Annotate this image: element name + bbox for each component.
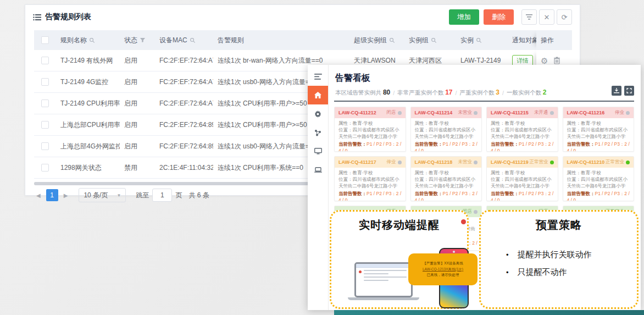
sidebar-item-monitor[interactable] [308,142,328,161]
status-dot-icon [626,111,630,115]
column-header-实例组: 实例组 [404,36,456,45]
fullscreen-button[interactable] [624,86,634,96]
home-icon [314,92,321,98]
status-badge: 停业 [387,159,402,165]
status: 启用 [120,99,155,108]
row-checkbox[interactable] [41,164,49,172]
row-checkbox[interactable] [41,57,49,64]
search-icon[interactable] [190,37,196,43]
column-header-状态: 状态 [120,36,155,45]
sidebar-item-nodes[interactable] [308,123,328,142]
status-dot-icon [474,111,478,115]
strategy-bullet: 提醒并执行关联动作 [506,246,637,263]
stat-separator: / [455,90,457,96]
status-dot-icon [626,161,630,164]
alert-card[interactable]: LAW-CQ-411210正常营业属性：教育·学校位置：四川省成都市武侯区小天竺… [563,156,635,201]
rule-name: 1298网关状态 [56,163,120,173]
preset-strategy-title: 预置策略 [481,218,637,233]
filter-icon[interactable] [140,37,146,43]
bubble-text-line: 【严重告警】XX设备离线 [423,261,463,266]
device-mac: FC:2F:EF:72:64:89 [155,142,213,150]
super-instance-group: 天津LAWSON [349,56,404,65]
clear-filter-button[interactable]: ✕ [539,9,554,25]
sidebar-item-home[interactable] [308,86,328,104]
next-page-button[interactable]: ▶ [62,192,70,198]
column-header-操作: 操作 [536,30,570,50]
sidebar-item-gear[interactable] [308,104,328,123]
stat-item: 非常严重实例个数 17 [397,89,452,97]
add-button[interactable]: 增加 [449,9,479,25]
search-icon[interactable] [89,37,95,43]
stat-item: 严重实例个数 3 [459,89,499,97]
alarm-count-line: 当前告警数：P1 / P2 / P3：2 / 4 / 0 [567,191,630,201]
alert-card[interactable]: LAW-CQ-411218未营业属性：教育·学校位置：四川省成都市武侯区小天竺街… [410,156,482,201]
alert-card-header: LAW-CQ-411214未营业 [411,107,482,118]
status: 禁用 [120,163,155,173]
filter-lines-icon [526,14,532,20]
text-line [364,270,407,271]
row-checkbox[interactable] [41,100,49,107]
alert-card-header: LAW-CQ-411218未营业 [411,157,482,168]
download-button[interactable] [612,86,621,96]
row-checkbox[interactable] [41,121,49,129]
dashboard-tools [612,86,634,96]
column-header-设备MAC: 设备MAC [155,36,213,45]
page-number[interactable]: 1 [46,189,58,201]
instance-id: LAW-CQ-411219 [491,159,529,165]
column-label: 通知对象 [512,36,536,45]
location-line: 位置：四川省成都市武侯区小天竺街二中路6号龙江路小学一年级四班 [338,176,402,190]
alert-dot-icon [359,270,362,273]
rule-name: 上海总部CPU利用率 [56,120,120,130]
rule-name: TJ-2149 有线外网 [56,56,120,65]
trash-icon[interactable] [553,57,560,64]
column-header-规则名称: 规则名称 [56,36,120,45]
monitor-icon [314,148,322,154]
stat-item: 一般实例个数 2 [507,89,547,97]
alert-card[interactable]: LAW-CQ-411212闭店属性：教育·学校位置：四川省成都市武侯区小天竺街二… [334,107,406,152]
row-select [34,164,56,172]
strategy-list: 提醒并执行关联动作只提醒不动作 [506,246,637,280]
sidebar-item-laptop[interactable] [308,161,328,179]
search-icon[interactable] [476,37,482,43]
footer-strip [334,310,644,315]
card-title: 告警规则列表 [33,12,91,22]
prev-page-button[interactable]: ◀ [34,192,43,198]
search-icon[interactable] [431,37,437,43]
divider [334,101,634,102]
attribute-line: 属性：教育·学校 [567,120,630,127]
notification-badge [461,219,466,224]
nodes-icon [314,129,321,136]
fullscreen-icon [626,88,632,93]
row-checkbox[interactable] [41,142,49,150]
settings-icon[interactable]: ⚙ [541,57,548,65]
alert-card[interactable]: LAW-CQ-411217停业属性：教育·学校位置：四川省成都市武侯区小天竺街二… [334,156,406,201]
text-line [364,277,407,278]
jump-page-input[interactable] [152,189,172,202]
instance-id: LAW-CQ-411214 [415,110,453,115]
alert-card-body: 属性：教育·学校位置：四川省成都市武侯区小天竺街二中路6号龙江路小学六年级一班当… [563,168,634,201]
pagination: ◀ 1 ▶ 10 条/页 ▼ 跳至 页 共 6 条 [34,188,209,202]
alert-card[interactable]: LAW-CQ-411216停业属性：教育·学校位置：四川省成都市武侯区小天竺街二… [563,107,635,152]
list-icon [33,14,41,21]
alert-card-body: 属性：教育·学校位置：四川省成都市武侯区小天竺街二中路6号龙江路小学一年级二班当… [411,168,482,201]
instance-id: LAW-CQ-411218 [415,159,453,165]
alert-card[interactable]: LAW-CQ-411219正常营业属性：教育·学校位置：四川省成都市武侯区小天竺… [486,156,558,201]
filter-tool-button[interactable] [521,9,537,25]
delete-button[interactable]: 删除 [484,9,514,25]
column-header-告警规则: 告警规则 [213,36,349,45]
page-size-select[interactable]: 10 条/页 ▼ [79,188,126,202]
alert-card[interactable]: LAW-CQ-411214未营业属性：教育·学校位置：四川省成都市武侯区小天竺街… [410,107,482,152]
alert-card[interactable]: LAW-CQ-411215未开通属性：教育·学校位置：四川省成都市武侯区小天竺街… [486,107,558,152]
attribute-line: 属性：教育·学校 [567,170,630,176]
sidebar-item-menu[interactable] [308,67,328,86]
row-checkbox[interactable] [41,78,49,86]
alarm-count-line: 当前告警数：P1 / P2 / P3：2 / 4 / 0 [415,141,478,152]
refresh-button[interactable]: ⟳ [557,9,572,25]
column-label: 设备MAC [159,36,187,45]
column-label: 操作 [541,36,554,45]
column-label: 告警规则 [218,36,244,45]
search-icon[interactable] [389,37,395,43]
location-line: 位置：四川省成都市武侯区小天竺街二中路6号龙江路小学五年级一班 [567,127,630,140]
select-all-checkbox[interactable] [41,36,49,44]
column-label: 实例 [460,36,474,45]
